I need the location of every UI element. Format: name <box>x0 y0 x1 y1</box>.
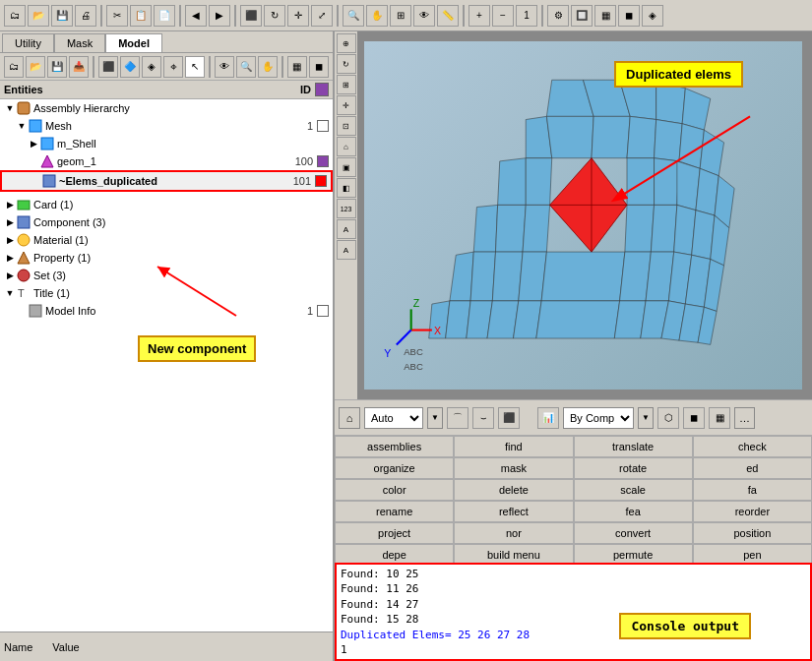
tree-item-component[interactable]: ▶ Component (3) <box>0 213 333 231</box>
btn-eye[interactable]: 👁 <box>215 56 234 78</box>
menu-permute[interactable]: permute <box>574 544 693 563</box>
display-btn2[interactable]: ⬡ <box>657 407 679 429</box>
tab-utility[interactable]: Utility <box>2 33 54 52</box>
btn-open2[interactable]: 📂 <box>26 56 45 78</box>
mode-arrow[interactable]: ▼ <box>427 407 443 429</box>
toolbar-btn-folder[interactable]: 🗂 <box>4 5 26 27</box>
toolbar-btn-view[interactable]: 👁 <box>413 5 435 27</box>
expand-set[interactable]: ▶ <box>4 270 16 280</box>
menu-find[interactable]: find <box>454 436 573 457</box>
menu-rotate[interactable]: rotate <box>574 457 693 479</box>
menu-ed[interactable]: ed <box>693 457 812 479</box>
vp-btn-select[interactable]: ⊕ <box>337 33 356 53</box>
menu-depe[interactable]: depe <box>335 544 454 563</box>
btn-shade[interactable]: ◼ <box>309 56 329 78</box>
display-btn3[interactable]: ◼ <box>683 407 705 429</box>
vp-btn-view4[interactable]: A <box>337 219 356 239</box>
menu-mask[interactable]: mask <box>454 457 573 479</box>
menu-scale[interactable]: scale <box>574 479 693 501</box>
toolbar-btn-plus[interactable]: + <box>468 5 490 27</box>
display-icon[interactable]: 📊 <box>537 407 559 429</box>
btn-pan2[interactable]: ✋ <box>258 56 278 78</box>
display-btn4[interactable]: ▦ <box>709 407 730 429</box>
tree-item-elems-dup[interactable]: ~Elems_duplicated 101 <box>0 170 333 192</box>
menu-delete[interactable]: delete <box>454 479 573 501</box>
home-btn[interactable]: ⌂ <box>339 407 360 429</box>
tree-item-title[interactable]: ▼ T Title (1) <box>0 284 333 302</box>
menu-reorder[interactable]: reorder <box>693 501 812 522</box>
menu-build-menu[interactable]: build menu <box>454 544 573 563</box>
tree-item-assembly[interactable]: ▼ Assembly Hierarchy <box>0 99 333 117</box>
tree-item-geom1[interactable]: geom_1 100 <box>0 152 333 170</box>
toolbar-btn-pan[interactable]: ✋ <box>366 5 388 27</box>
display-dropdown[interactable]: By Comp <box>563 407 634 429</box>
btn-new[interactable]: 🗂 <box>4 56 24 78</box>
toolbar-btn-translate[interactable]: ✛ <box>287 5 309 27</box>
toolbar-btn-one[interactable]: 1 <box>516 5 537 27</box>
menu-check[interactable]: check <box>693 436 812 457</box>
toolbar-btn-rotate[interactable]: ↻ <box>264 5 285 27</box>
toolbar-btn-cut[interactable]: ✂ <box>106 5 128 27</box>
toolbar-btn-minus[interactable]: − <box>492 5 514 27</box>
vp-btn-view2[interactable]: ◧ <box>337 178 356 198</box>
curve-btn2[interactable]: ⌣ <box>472 407 494 429</box>
btn-wire[interactable]: ▦ <box>287 56 307 78</box>
menu-translate[interactable]: translate <box>574 436 693 457</box>
toolbar-btn-forward[interactable]: ▶ <box>209 5 230 27</box>
vp-btn-rotate[interactable]: ↻ <box>337 54 356 74</box>
curve-btn1[interactable]: ⌒ <box>447 407 468 429</box>
vp-btn-home[interactable]: ⌂ <box>337 137 356 156</box>
tab-mask[interactable]: Mask <box>54 33 105 52</box>
menu-pen[interactable]: pen <box>693 544 812 563</box>
menu-color[interactable]: color <box>335 479 454 501</box>
expand-material[interactable]: ▶ <box>4 235 16 245</box>
menu-position[interactable]: position <box>693 522 812 544</box>
toolbar-btn-open[interactable]: 📂 <box>28 5 49 27</box>
vp-btn-zoom[interactable]: ⊞ <box>337 75 356 94</box>
color-swatch[interactable] <box>315 83 329 96</box>
expand-title[interactable]: ▼ <box>4 288 16 298</box>
menu-fa[interactable]: fa <box>693 479 812 501</box>
mode-dropdown[interactable]: Auto <box>364 407 423 429</box>
toolbar-btn-scale[interactable]: ⤢ <box>311 5 333 27</box>
toolbar-btn-settings[interactable]: ⚙ <box>547 5 569 27</box>
expand-mesh[interactable]: ▼ <box>16 121 28 131</box>
toolbar-btn-cursor[interactable]: ⬛ <box>240 5 262 27</box>
btn-arrow[interactable]: ↖ <box>185 56 205 78</box>
btn-import[interactable]: 📥 <box>69 56 89 78</box>
tree-item-set[interactable]: ▶ Set (3) <box>0 267 333 284</box>
btn-zoom2[interactable]: 🔍 <box>236 56 256 78</box>
solid-btn[interactable]: ⬛ <box>498 407 520 429</box>
menu-nor[interactable]: nor <box>454 522 573 544</box>
vp-btn-view5[interactable]: A <box>337 240 356 260</box>
toolbar-btn-copy[interactable]: 📋 <box>130 5 152 27</box>
btn-cube[interactable]: ⬛ <box>98 56 118 78</box>
tree-item-card[interactable]: ▶ Card (1) <box>0 196 333 213</box>
toolbar-btn-back[interactable]: ◀ <box>185 5 207 27</box>
btn-component[interactable]: 🔷 <box>120 56 140 78</box>
menu-organize[interactable]: organize <box>335 457 454 479</box>
menu-reflect[interactable]: reflect <box>454 501 573 522</box>
tab-model[interactable]: Model <box>105 33 162 52</box>
menu-convert[interactable]: convert <box>574 522 693 544</box>
display-arrow[interactable]: ▼ <box>638 407 654 429</box>
toolbar-btn-save[interactable]: 💾 <box>51 5 73 27</box>
expand-mshell[interactable]: ▶ <box>28 139 39 149</box>
expand-component[interactable]: ▶ <box>4 217 16 227</box>
menu-project[interactable]: project <box>335 522 454 544</box>
toolbar-btn-paste[interactable]: 📄 <box>154 5 175 27</box>
tree-item-mesh[interactable]: ▼ Mesh 1 <box>0 117 333 135</box>
toolbar-btn-wireframe[interactable]: ▦ <box>594 5 616 27</box>
menu-assemblies[interactable]: assemblies <box>335 436 454 457</box>
expand-assembly[interactable]: ▼ <box>4 103 16 113</box>
toolbar-btn-measure[interactable]: 📏 <box>437 5 459 27</box>
btn-comp2[interactable]: ◈ <box>142 56 161 78</box>
toolbar-btn-fit[interactable]: ⊞ <box>390 5 411 27</box>
toolbar-btn-shaded[interactable]: ◈ <box>642 5 663 27</box>
viewport[interactable]: ⊕ ↻ ⊞ ✛ ⊡ ⌂ ▣ ◧ 123 A A <box>335 31 812 399</box>
vp-btn-pan[interactable]: ✛ <box>337 95 356 115</box>
expand-card[interactable]: ▶ <box>4 200 16 210</box>
tree-item-property[interactable]: ▶ Property (1) <box>0 249 333 267</box>
toolbar-btn-zoom[interactable]: 🔍 <box>343 5 364 27</box>
btn-save2[interactable]: 💾 <box>47 56 67 78</box>
